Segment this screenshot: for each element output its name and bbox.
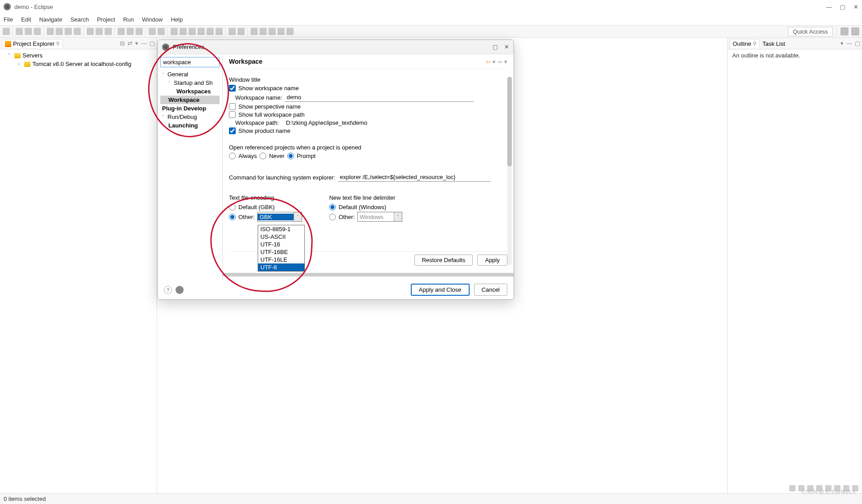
tree-item-tomcat[interactable]: › Tomcat v8.0 Server at localhost-config [0,60,157,68]
toolbar-icon[interactable] [189,28,196,35]
chevron-down-icon[interactable]: ˅ [394,212,402,221]
minimize-view-icon[interactable]: — [141,40,147,47]
collapse-all-icon[interactable]: ⊟ [120,40,125,47]
toolbar-icon[interactable] [87,28,94,35]
minimize-view-icon[interactable]: — [846,40,852,47]
ws-name-input[interactable] [285,93,474,102]
toolbar-icon[interactable] [127,28,134,35]
toolbar-icon[interactable] [136,28,143,35]
expand-icon[interactable]: › [18,61,22,66]
quick-access[interactable]: Quick Access [788,27,833,36]
toolbar-icon[interactable] [16,28,23,35]
toolbar-icon[interactable] [158,28,165,35]
toolbar-icon[interactable] [25,28,32,35]
maximize-view-icon[interactable]: ▢ [150,40,155,47]
view-menu-icon[interactable]: ▾ [135,40,138,47]
toolbar-icon[interactable] [251,28,258,35]
radio-prompt[interactable] [287,153,294,159]
radio-never[interactable] [259,153,266,159]
toolbar-icon[interactable] [149,28,156,35]
show-full-path-checkbox[interactable] [229,111,236,118]
restore-defaults-button[interactable]: Restore Defaults [414,254,473,266]
toolbar-icon[interactable] [34,28,41,35]
show-ws-name-checkbox[interactable] [229,85,236,92]
delim-default-radio[interactable] [329,204,336,210]
radio-always[interactable] [229,153,236,159]
outline-tablabel[interactable]: Outline ⚲ [730,39,760,48]
toolbar-icon[interactable] [277,28,285,35]
project-explorer-tablabel[interactable]: Project Explorer ⚲ [2,39,63,48]
menu-search[interactable]: Search [70,16,89,23]
toolbar-icon[interactable] [96,28,103,35]
tree-node-workspaces[interactable]: Workspaces [160,87,220,96]
tree-node-launching[interactable]: Launching [160,121,220,130]
nav-back-icon[interactable]: ⇦ [486,58,491,65]
toolbar-icon[interactable] [56,28,63,35]
toolbar-icon[interactable] [105,28,112,35]
encoding-combo[interactable]: GBK ˅ [257,212,302,222]
link-editor-icon[interactable]: ⇄ [128,40,132,47]
chevron-down-icon[interactable]: ˅ [294,212,302,221]
menu-project[interactable]: Project [97,16,115,23]
tree-node-startup[interactable]: ˅Startup and Sh [160,79,220,87]
toolbar-icon[interactable] [180,28,187,35]
toolbar-icon[interactable] [65,28,72,35]
show-perspective-checkbox[interactable] [229,103,236,110]
toolbar-icon[interactable] [286,28,294,35]
cancel-button[interactable]: Cancel [474,284,507,296]
tree-node-general[interactable]: ˅General [160,70,220,79]
toolbar-icon[interactable] [789,485,796,491]
scrollbar[interactable] [507,77,512,265]
help-icon[interactable]: ? [164,286,172,294]
perspective-icon[interactable] [851,27,859,35]
nav-fwd-menu-icon[interactable]: ▾ [504,58,507,65]
toolbar-icon[interactable] [237,28,245,35]
maximize-button[interactable]: ▢ [840,4,845,10]
toolbar-icon[interactable] [216,28,223,35]
encoding-option[interactable]: ISO-8859-1 [258,225,304,233]
encoding-option[interactable]: UTF-16 [258,241,304,248]
delim-other-radio[interactable] [329,214,336,220]
perspective-icon[interactable] [840,27,849,35]
enc-other-radio[interactable] [229,214,236,220]
tree-item-servers[interactable]: ˅ Servers [0,51,157,60]
encoding-option[interactable]: US-ASCII [258,233,304,241]
cmd-explorer-input[interactable] [338,173,491,182]
toolbar-icon[interactable] [118,28,125,35]
menu-window[interactable]: Window [142,16,163,23]
toolbar-icon[interactable] [47,28,54,35]
menu-run[interactable]: Run [123,16,134,23]
minimize-button[interactable]: — [826,4,832,10]
delimiter-combo[interactable]: Windows ˅ [357,212,402,222]
enc-default-radio[interactable] [229,204,236,210]
view-menu-icon[interactable]: ▾ [840,40,844,47]
maximize-view-icon[interactable]: ▢ [855,40,860,47]
toolbar-icon[interactable] [259,28,267,35]
preferences-filter-input[interactable] [160,57,220,67]
menu-file[interactable]: File [4,16,13,23]
toolbar-icon[interactable] [74,28,81,35]
menu-navigate[interactable]: Navigate [39,16,62,23]
tasklist-tablabel[interactable]: Task List [760,39,788,48]
nav-back-menu-icon[interactable]: ▾ [493,58,496,65]
toolbar-icon[interactable] [3,28,10,35]
apply-button[interactable]: Apply [477,254,507,266]
toolbar-icon[interactable] [229,28,236,35]
dialog-maximize-button[interactable]: ▢ [493,44,498,50]
expand-icon[interactable]: ˅ [8,53,13,58]
tree-node-rundebug[interactable]: ˅Run/Debug [160,113,220,121]
nav-fwd-icon[interactable]: ⇨ [497,58,502,65]
dialog-close-button[interactable]: ✕ [504,44,509,50]
toolbar-icon[interactable] [198,28,205,35]
show-product-checkbox[interactable] [229,127,236,134]
encoding-option[interactable]: UTF-16LE [258,256,304,263]
apply-and-close-button[interactable]: Apply and Close [411,284,470,296]
toolbar-icon[interactable] [207,28,214,35]
encoding-option[interactable]: UTF-16BE [258,248,304,256]
toolbar-icon[interactable] [171,28,178,35]
toolbar-icon[interactable] [268,28,276,35]
menu-edit[interactable]: Edit [21,16,31,23]
close-button[interactable]: ✕ [853,4,858,10]
encoding-option[interactable]: UTF-8 [258,263,304,271]
tree-node-plugindev[interactable]: Plug-in Develop [160,104,220,113]
